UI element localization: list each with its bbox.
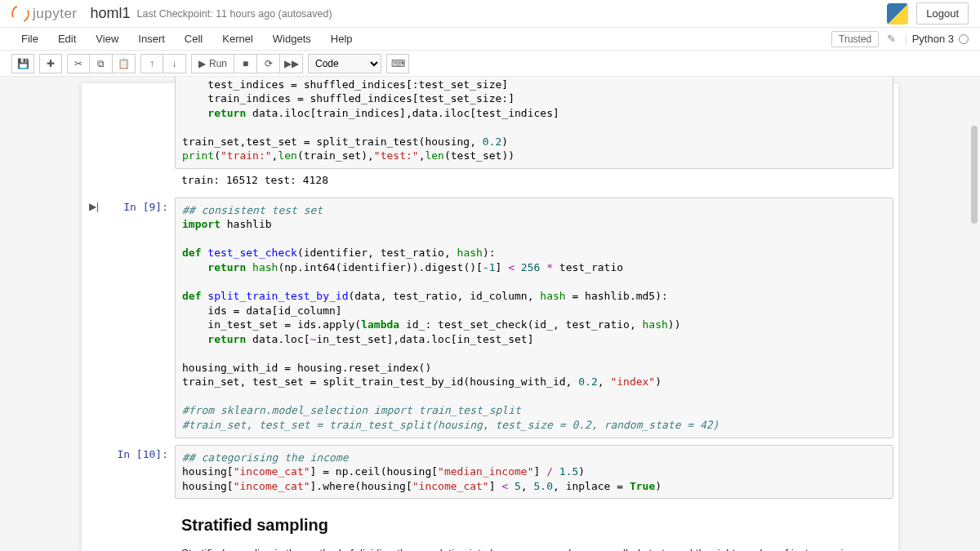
copy-button[interactable]: ⧉ — [90, 54, 113, 73]
restart-button[interactable]: ⟳ — [257, 54, 280, 73]
menu-insert[interactable]: Insert — [128, 29, 175, 48]
move-up-button[interactable]: ↑ — [140, 54, 163, 73]
markdown-heading: Stratified sampling — [181, 513, 887, 537]
notebook-name[interactable]: homl1 — [91, 5, 131, 22]
notebook-container: test_set_size = int(len(data) * test_rat… — [0, 77, 980, 551]
code-input[interactable]: ## categorising the income housing["inco… — [175, 445, 893, 500]
logo-text: jupyter — [33, 6, 78, 22]
code-input[interactable]: ## consistent test set import hashlib de… — [175, 198, 893, 438]
menubar: File Edit View Insert Cell Kernel Widget… — [0, 28, 980, 51]
jupyter-logo[interactable]: jupyter — [11, 5, 78, 23]
logout-button[interactable]: Logout — [916, 2, 969, 24]
jupyter-icon — [9, 2, 32, 24]
prompt-in: In [10]: — [101, 445, 175, 500]
menu-kernel[interactable]: Kernel — [212, 29, 263, 48]
cell-type-select[interactable]: Code — [308, 54, 381, 73]
kernel-name: Python 3 — [912, 33, 954, 45]
cell-output: train: 16512 test: 4128 — [175, 169, 893, 191]
markdown-cell[interactable]: Stratified sampling Stratified sampling … — [87, 504, 893, 551]
run-icon: ▶ — [198, 58, 206, 69]
cell-gutter — [87, 505, 101, 551]
add-cell-button[interactable]: ✚ — [39, 54, 62, 73]
code-cell[interactable]: ▶| In [9]: ## consistent test set import… — [87, 196, 893, 440]
menu-edit[interactable]: Edit — [48, 29, 86, 48]
checkpoint-text: Last Checkpoint: 11 hours ago (autosaved… — [137, 8, 332, 20]
python-icon — [887, 3, 908, 24]
kernel-status-icon — [959, 34, 969, 44]
prompt-in: In [9]: — [101, 198, 175, 438]
run-button[interactable]: ▶Run — [191, 54, 234, 73]
menu-cell[interactable]: Cell — [175, 29, 212, 48]
code-cell[interactable]: In [10]: ## categorising the income hous… — [87, 443, 893, 501]
move-down-button[interactable]: ↓ — [163, 54, 186, 73]
menu-help[interactable]: Help — [321, 29, 363, 48]
stop-button[interactable]: ■ — [234, 54, 257, 73]
vertical-scrollbar[interactable] — [971, 126, 978, 224]
trusted-indicator[interactable]: Trusted — [831, 31, 879, 47]
edit-icon[interactable]: ✎ — [884, 33, 899, 45]
prompt-md — [101, 505, 175, 551]
kernel-indicator[interactable]: Python 3 — [912, 33, 969, 45]
paste-button[interactable]: 📋 — [113, 54, 136, 73]
menu-widgets[interactable]: Widgets — [263, 29, 321, 48]
command-palette-button[interactable]: ⌨ — [386, 54, 409, 73]
cell-gutter — [87, 77, 101, 191]
markdown-text: Stratified sampling is the method of div… — [181, 545, 887, 551]
menu-file[interactable]: File — [11, 29, 48, 48]
menu-view[interactable]: View — [86, 29, 128, 48]
run-this-cell-icon[interactable]: ▶| — [87, 198, 101, 438]
toolbar: 💾 ✚ ✂ ⧉ 📋 ↑ ↓ ▶Run ■ ⟳ ▶▶ Code ⌨ — [0, 51, 980, 77]
cut-button[interactable]: ✂ — [67, 54, 90, 73]
code-cell[interactable]: test_set_size = int(len(data) * test_rat… — [87, 77, 893, 193]
code-input[interactable]: test_set_size = int(len(data) * test_rat… — [175, 77, 893, 169]
header: jupyter homl1 Last Checkpoint: 11 hours … — [0, 0, 980, 28]
prompt-in — [101, 77, 175, 191]
save-button[interactable]: 💾 — [11, 54, 34, 73]
cell-gutter — [87, 445, 101, 500]
restart-run-all-button[interactable]: ▶▶ — [280, 54, 303, 73]
